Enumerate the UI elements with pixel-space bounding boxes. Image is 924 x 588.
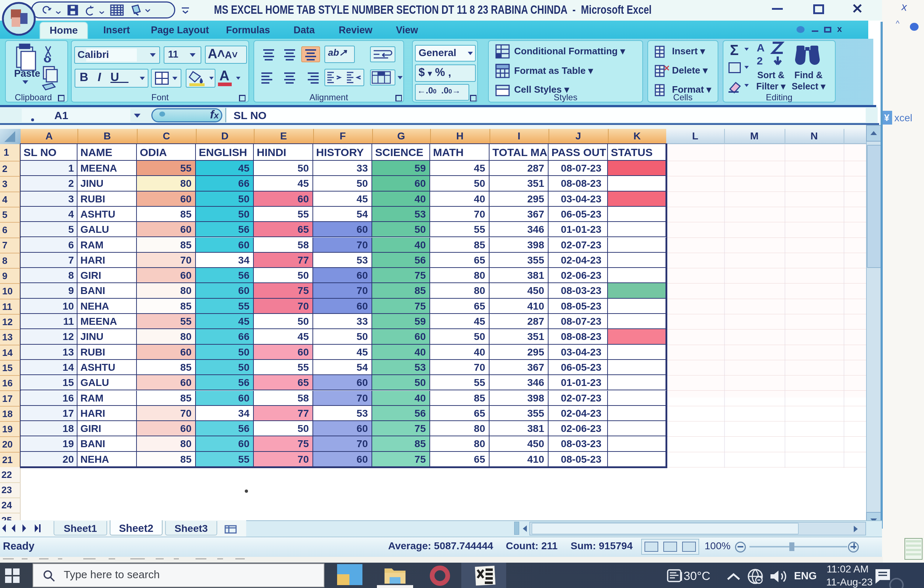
svg-text:2: 2 (757, 55, 763, 67)
svg-text:A: A (757, 41, 765, 54)
